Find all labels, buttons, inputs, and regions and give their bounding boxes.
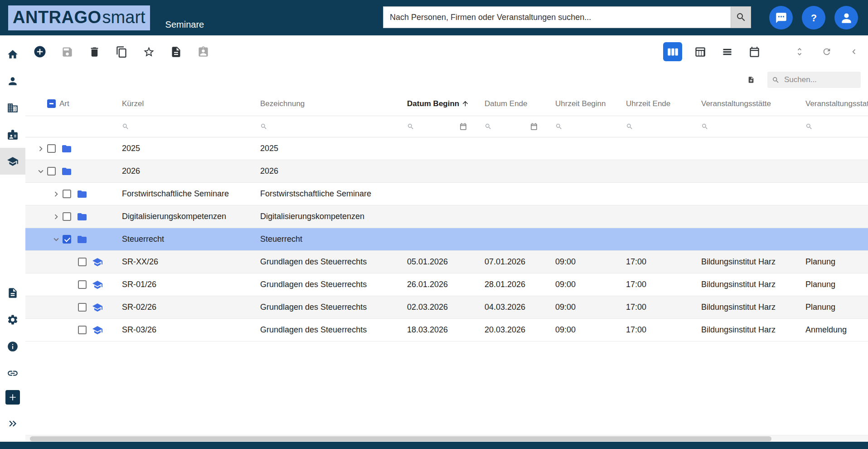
- row-checkbox[interactable]: [78, 258, 87, 266]
- expand-sidebar-button[interactable]: [0, 412, 25, 435]
- app-logo[interactable]: ANTRAGO smart: [8, 5, 150, 30]
- cell-status: Planung: [805, 257, 868, 267]
- scrollbar-thumb[interactable]: [30, 436, 771, 441]
- global-search-button[interactable]: [731, 7, 751, 28]
- sidebar-item-persons[interactable]: [0, 68, 25, 94]
- documents-icon: [7, 287, 19, 299]
- favorite-button[interactable]: [142, 45, 155, 59]
- table-row[interactable]: 20252025: [25, 137, 868, 160]
- cell-datum_ende: 28.01.2026: [485, 280, 555, 289]
- view-list-button[interactable]: [718, 42, 737, 61]
- row-checkbox[interactable]: [47, 144, 56, 153]
- save-button[interactable]: [60, 45, 74, 59]
- table-row[interactable]: SteuerrechtSteuerrecht: [25, 228, 868, 251]
- column-header-uhrzeit_beginn[interactable]: Uhrzeit Beginn: [555, 99, 626, 108]
- filter-uhrzeit_beginn[interactable]: [555, 123, 626, 130]
- help-button[interactable]: ?: [802, 6, 825, 29]
- column-header-datum_ende[interactable]: Datum Ende: [485, 99, 555, 108]
- filter-kuerzel[interactable]: [122, 123, 260, 130]
- row-checkbox[interactable]: [78, 303, 87, 312]
- user-button[interactable]: [834, 6, 858, 29]
- filter-staette[interactable]: [701, 123, 805, 130]
- sidebar-item-companies[interactable]: [0, 94, 25, 121]
- filter-status[interactable]: [805, 123, 868, 130]
- row-checkbox[interactable]: [63, 212, 71, 221]
- collapse-toggle[interactable]: [50, 233, 63, 246]
- folder-icon: [61, 166, 72, 177]
- column-header-bezeichnung[interactable]: Bezeichnung: [260, 99, 407, 108]
- column-header-kuerzel[interactable]: Kürzel: [122, 99, 260, 108]
- view-columns-button[interactable]: [663, 42, 682, 61]
- tree-cell: [25, 256, 122, 268]
- filter-uhrzeit_ende[interactable]: [626, 123, 701, 130]
- sidebar-item-home[interactable]: [0, 41, 25, 68]
- filter-datum_beginn[interactable]: [407, 122, 485, 131]
- table-row[interactable]: Forstwirtschaftliche SeminareForstwirsts…: [25, 183, 868, 205]
- contact-badge-button[interactable]: [196, 45, 210, 59]
- filter-bezeichnung[interactable]: [260, 123, 407, 130]
- row-checkbox[interactable]: [63, 190, 71, 198]
- view-table-button[interactable]: [690, 42, 709, 61]
- sidebar-item-links[interactable]: [0, 360, 25, 386]
- filter-datum_ende[interactable]: [485, 122, 555, 131]
- row-checkbox[interactable]: [78, 280, 87, 289]
- app-footer-bar: [0, 442, 868, 449]
- column-header-datum_beginn[interactable]: Datum Beginn: [407, 99, 485, 108]
- expand-toggle[interactable]: [50, 188, 63, 200]
- sidebar-item-documents[interactable]: [0, 279, 25, 306]
- expand-toggle[interactable]: [50, 210, 63, 223]
- collapse-left-button[interactable]: [846, 44, 862, 59]
- collapse-toggle[interactable]: [34, 165, 47, 178]
- folder-icon: [77, 211, 87, 222]
- select-all-checkbox[interactable]: [47, 99, 56, 108]
- delete-button[interactable]: [87, 45, 101, 59]
- table-row[interactable]: SR-02/26Grundlagen des Steuerrechts02.03…: [25, 296, 868, 319]
- search-icon: [772, 76, 780, 84]
- sidebar-item-seminars[interactable]: [0, 148, 25, 175]
- cell-status: Planung: [805, 303, 868, 312]
- global-search-input[interactable]: [383, 7, 731, 28]
- chat-button[interactable]: [769, 6, 793, 29]
- cell-staette: Bildungsinstitut Harz: [701, 280, 805, 289]
- row-checkbox[interactable]: [47, 167, 56, 176]
- logo-secondary: smart: [102, 8, 145, 27]
- chevron-right-icon: [51, 189, 61, 199]
- cell-uhrzeit_ende: 17:00: [626, 257, 701, 267]
- row-checkbox[interactable]: [63, 235, 71, 244]
- duplicate-button[interactable]: [115, 45, 128, 59]
- school-icon: [92, 325, 103, 336]
- sidebar-item-info[interactable]: [0, 333, 25, 360]
- svg-text:?: ?: [810, 12, 816, 23]
- view-calendar-button[interactable]: [745, 42, 764, 61]
- cell-bezeichnung: Grundlagen des Steuerrechts: [260, 325, 407, 335]
- report-icon: [170, 46, 182, 58]
- panel-search-input[interactable]: [783, 75, 856, 85]
- search-icon: [407, 123, 414, 130]
- tree-cell: [25, 324, 122, 337]
- table-row[interactable]: DigitalisierungskompetenzenDigitalisieru…: [25, 205, 868, 228]
- horizontal-scrollbar[interactable]: [25, 435, 868, 442]
- refresh-button[interactable]: [819, 44, 834, 59]
- school-icon: [92, 279, 103, 290]
- unfold-button[interactable]: [792, 44, 807, 59]
- column-header-status[interactable]: Veranstaltungsstatus: [805, 99, 868, 108]
- table-row[interactable]: SR-XX/26Grundlagen des Steuerrechts05.01…: [25, 251, 868, 273]
- column-header-art[interactable]: Art: [25, 99, 122, 108]
- add-button[interactable]: [33, 45, 47, 59]
- add-button[interactable]: [5, 390, 20, 405]
- table-row[interactable]: 20262026: [25, 160, 868, 183]
- table-row[interactable]: SR-01/26Grundlagen des Steuerrechts26.01…: [25, 273, 868, 296]
- home-icon: [7, 49, 19, 60]
- chat-icon: [775, 12, 787, 24]
- tree-cell: [25, 188, 122, 200]
- table-row[interactable]: SR-03/26Grundlagen des Steuerrechts18.03…: [25, 319, 868, 342]
- cell-kuerzel: SR-02/26: [122, 303, 260, 312]
- column-chooser-button[interactable]: [745, 73, 757, 86]
- column-header-uhrzeit_ende[interactable]: Uhrzeit Ende: [626, 99, 701, 108]
- column-header-staette[interactable]: Veranstaltungsstätte: [701, 99, 805, 108]
- row-checkbox[interactable]: [78, 326, 87, 334]
- report-button[interactable]: [169, 45, 183, 59]
- expand-toggle[interactable]: [34, 142, 47, 155]
- sidebar-item-badge[interactable]: [0, 121, 25, 148]
- sidebar-item-settings[interactable]: [0, 306, 25, 333]
